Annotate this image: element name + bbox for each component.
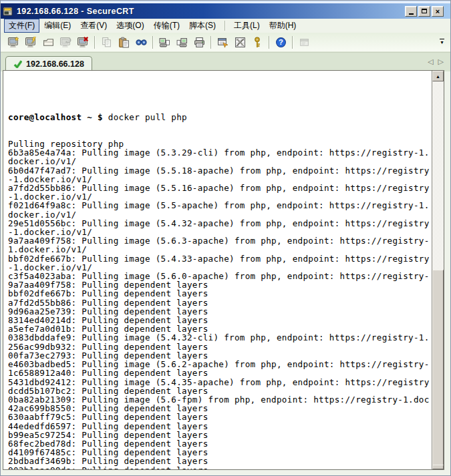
- scroll-up-button[interactable]: ▲: [432, 71, 444, 81]
- tabbar: 192.168.66.128 ◁ ▷: [1, 52, 450, 71]
- toolbar-separator: [269, 36, 269, 49]
- connect-icon[interactable]: [22, 35, 39, 50]
- menubar-separator: [224, 21, 225, 31]
- menu-edit[interactable]: 编辑(E): [39, 19, 76, 33]
- terminal-prompt-line: core@localhost ~ $ docker pull php: [8, 113, 432, 122]
- terminal-line: 1.docker.io/v1/: [8, 245, 432, 254]
- scroll-down-button[interactable]: [432, 465, 444, 469]
- minimize-icon: [409, 13, 414, 15]
- tab-scroll-right-icon[interactable]: ▷: [438, 58, 444, 65]
- maximize-icon: [422, 9, 427, 13]
- terminal-line: a7fd2d55bb86: Pulling dependent layers: [8, 298, 432, 307]
- window-title: 192.168.66.128 - SecureCRT: [17, 7, 134, 16]
- window-controls: ×: [405, 6, 444, 17]
- titlebar: 192.168.66.128 - SecureCRT ×: [1, 3, 450, 19]
- terminal-line: dcdd5b107bc2: Pulling dependent layers: [8, 387, 432, 395]
- terminal-line: 802b1aaa89da: Pulling dependent layers: [8, 466, 432, 469]
- terminal-line: bbf02dfe667b: Pulling image (5.4.33-apac…: [8, 254, 432, 263]
- menu-script[interactable]: 脚本(S): [184, 19, 220, 33]
- menu-view[interactable]: 查看(V): [76, 19, 112, 33]
- terminal-line: 1c6588912a40: Pulling dependent layers: [8, 369, 432, 377]
- maximize-button[interactable]: [418, 6, 430, 17]
- terminal-line: 2bdbadf3469b: Pulling dependent layers: [8, 457, 432, 465]
- connected-check-icon: [13, 60, 22, 68]
- terminal-output: Pulling repository php6b3a85e4a74a: Pull…: [8, 140, 432, 469]
- toolbar-overflow-button[interactable]: ▾: [438, 37, 446, 45]
- paste-icon[interactable]: [115, 35, 132, 50]
- minimize-button[interactable]: [405, 6, 417, 17]
- terminal-line: docker.io/v1/: [8, 210, 432, 219]
- terminal-line: f021d64f9a8c: Pulling image (5.5-apache)…: [8, 201, 432, 210]
- menu-transfer[interactable]: 传输(T): [149, 19, 184, 33]
- terminal-line: 6b0d47f47ad7: Pulling image (5.5.18-apac…: [8, 166, 432, 175]
- vertical-scrollbar[interactable]: ▲: [432, 71, 444, 469]
- session-options-icon[interactable]: [214, 35, 231, 50]
- securecrt-app-icon: [3, 6, 13, 17]
- terminal-line: docker.io/v1/: [8, 157, 432, 166]
- shell-prompt: core@localhost ~ $: [8, 112, 108, 122]
- global-options-icon[interactable]: [231, 35, 249, 50]
- session-tab[interactable]: 192.168.66.128: [5, 56, 92, 71]
- terminal-line: 5431dbd92412: Pulling image (5.4.35-apac…: [8, 378, 432, 387]
- help-icon[interactable]: ?: [272, 35, 289, 50]
- terminal-line: 0383dbddafe9: Pulling image (5.4.32-cli)…: [8, 333, 432, 342]
- terminal-line: 256ac99db932: Pulling dependent layers: [8, 342, 432, 351]
- menu-options[interactable]: 选项(O): [112, 19, 148, 33]
- toolbar-separator: [152, 36, 153, 49]
- connect-in-tab-icon[interactable]: [39, 35, 57, 50]
- key-icon[interactable]: [249, 35, 266, 50]
- quick-connect-icon[interactable]: [5, 35, 22, 50]
- terminal-receive-icon[interactable]: [173, 35, 190, 50]
- session-manager-icon: [295, 35, 313, 50]
- toolbar: ? ▾: [1, 33, 450, 52]
- close-button[interactable]: ×: [432, 6, 444, 17]
- svg-text:?: ?: [279, 38, 283, 46]
- scrollbar-thumb[interactable]: [432, 270, 444, 467]
- tab-scroll-left-icon[interactable]: ◁: [428, 58, 433, 65]
- reconnect-icon: [57, 35, 74, 50]
- toolbar-separator: [210, 36, 211, 49]
- securecrt-window: 192.168.66.128 - SecureCRT × 文件(F) 编辑(E)…: [0, 0, 451, 476]
- chevron-down-icon: ▾: [440, 40, 443, 45]
- copy-icon: [98, 35, 115, 50]
- print-icon[interactable]: [190, 35, 208, 50]
- toolbar-separator: [292, 36, 293, 49]
- tab-scroll-buttons: ◁ ▷: [428, 58, 444, 65]
- terminal-send-icon[interactable]: [156, 35, 173, 50]
- close-icon: ×: [436, 8, 440, 15]
- menu-tools[interactable]: 工具(L): [229, 19, 265, 33]
- disconnect-icon[interactable]: [74, 35, 92, 50]
- shell-command: docker pull php: [108, 112, 187, 122]
- terminal-zone: core@localhost ~ $ docker pull php Pulli…: [3, 70, 444, 470]
- find-icon[interactable]: [132, 35, 150, 50]
- terminal-line: bbf02dfe667b: Pulling dependent layers: [8, 289, 432, 298]
- terminal-line: b99ea5c97254: Pulling dependent layers: [8, 431, 432, 439]
- terminal-line: 44ededfd6597: Pulling dependent layers: [8, 422, 432, 431]
- terminal-screen[interactable]: core@localhost ~ $ docker pull php Pulli…: [3, 71, 432, 469]
- terminal-line: 630aabff79c5: Pulling dependent layers: [8, 413, 432, 421]
- menu-file[interactable]: 文件(F): [4, 19, 39, 33]
- toolbar-separator: [94, 36, 95, 49]
- session-tab-label: 192.168.66.128: [26, 59, 84, 69]
- arrow-up-icon: ▲: [436, 74, 440, 79]
- menu-help[interactable]: 帮助(H): [265, 19, 301, 33]
- menubar: 文件(F) 编辑(E) 查看(V) 选项(O) 传输(T) 脚本(S) 工具(L…: [1, 19, 450, 33]
